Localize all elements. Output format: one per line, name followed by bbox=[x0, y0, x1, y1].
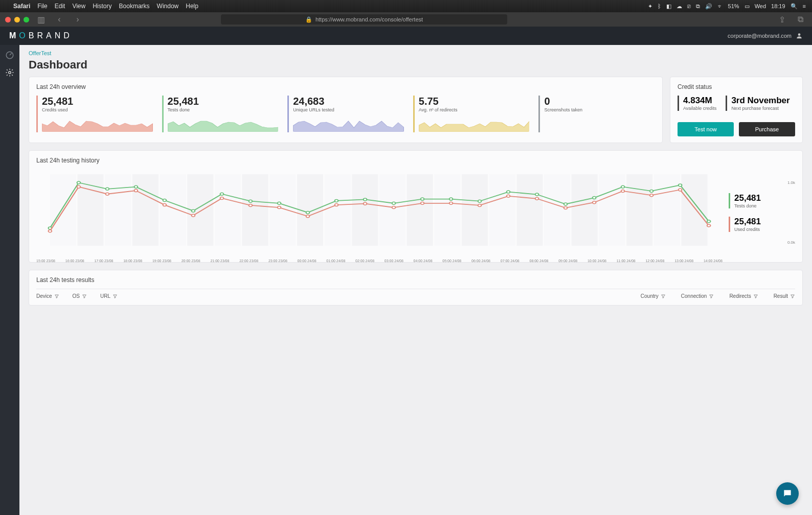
menu-edit[interactable]: Edit bbox=[55, 3, 65, 10]
purchase-button[interactable]: Purchase bbox=[739, 122, 795, 136]
svg-rect-9 bbox=[215, 174, 241, 246]
svg-point-63 bbox=[392, 206, 396, 209]
menu-help[interactable]: Help bbox=[186, 3, 198, 10]
app-header: MOBRAND corporate@mobrand.com bbox=[0, 27, 812, 45]
history-stat-credits-value: 25,481 bbox=[734, 217, 795, 227]
history-title: Last 24h testing history bbox=[36, 157, 795, 164]
metric-value: 5.75 bbox=[419, 96, 530, 107]
filter-icon[interactable] bbox=[112, 294, 118, 299]
metric-sparkline bbox=[544, 116, 655, 132]
brand-o: O bbox=[19, 31, 28, 40]
share-icon[interactable]: ⇪ bbox=[775, 14, 788, 25]
xlabel: 04:00 24/08 bbox=[414, 259, 433, 263]
col-connection[interactable]: Connection bbox=[681, 293, 714, 299]
lock-icon: 🔒 bbox=[305, 16, 312, 23]
brand-logo[interactable]: MOBRAND bbox=[9, 31, 73, 40]
menu-bookmarks[interactable]: Bookmarks bbox=[119, 3, 150, 10]
xlabel: 00:00 24/08 bbox=[298, 259, 317, 263]
svg-rect-22 bbox=[572, 174, 598, 246]
breadcrumb[interactable]: OfferTest bbox=[29, 50, 803, 56]
svg-point-29 bbox=[106, 188, 109, 190]
metric-value: 25,481 bbox=[168, 96, 279, 107]
filter-icon[interactable] bbox=[753, 294, 758, 299]
window-controls[interactable] bbox=[5, 17, 29, 22]
svg-point-47 bbox=[621, 185, 625, 188]
metric-label: Credits used bbox=[42, 107, 153, 112]
xlabel: 15:00 23/08 bbox=[36, 259, 55, 263]
filter-icon[interactable] bbox=[54, 294, 59, 299]
col-device[interactable]: Device bbox=[36, 293, 59, 299]
account-menu[interactable]: corporate@mobrand.com bbox=[728, 32, 803, 39]
metric-3: 5.75 Avg. nº of redirects bbox=[413, 96, 530, 132]
brand-pre: M bbox=[9, 31, 19, 40]
col-result[interactable]: Result bbox=[774, 293, 795, 299]
col-redirects[interactable]: Redirects bbox=[729, 293, 758, 299]
credit-card: Credit status 4.834M Available credits 3… bbox=[670, 77, 803, 143]
filter-icon[interactable] bbox=[661, 294, 666, 299]
ytick-bot: 0.0k bbox=[729, 240, 795, 245]
close-icon[interactable] bbox=[5, 17, 11, 22]
history-stat-tests: 25,481 Tests done bbox=[729, 193, 795, 208]
svg-point-28 bbox=[77, 181, 80, 184]
svg-point-50 bbox=[707, 220, 711, 223]
filter-icon[interactable] bbox=[82, 294, 87, 299]
menu-icon[interactable]: ≡ bbox=[803, 3, 806, 9]
svg-rect-23 bbox=[599, 174, 625, 246]
test-now-button[interactable]: Test now bbox=[678, 122, 734, 136]
xlabel: 06:00 24/08 bbox=[471, 259, 490, 263]
col-country[interactable]: Country bbox=[641, 293, 666, 299]
menubar-app[interactable]: Safari bbox=[13, 3, 30, 10]
search-icon[interactable]: 🔍 bbox=[791, 3, 798, 10]
svg-point-67 bbox=[507, 195, 510, 197]
svg-point-54 bbox=[134, 190, 138, 192]
history-card: Last 24h testing history 15:00 23/0816:0… bbox=[29, 150, 803, 263]
filter-icon[interactable] bbox=[709, 294, 714, 299]
svg-point-46 bbox=[593, 197, 596, 199]
chat-fab[interactable] bbox=[776, 482, 799, 505]
history-stat-credits-label: Used credits bbox=[734, 227, 795, 232]
svg-point-43 bbox=[507, 191, 510, 193]
credit-forecast-label: Next purchase forecast bbox=[731, 106, 790, 111]
svg-point-40 bbox=[421, 198, 424, 200]
svg-point-72 bbox=[650, 194, 653, 197]
nav-dashboard-icon[interactable] bbox=[5, 50, 15, 60]
forward-button[interactable]: › bbox=[71, 14, 84, 25]
filter-icon[interactable] bbox=[790, 294, 795, 299]
col-url[interactable]: URL bbox=[100, 293, 118, 299]
xlabel: 11:00 24/08 bbox=[617, 259, 636, 263]
clock-time: 18:19 bbox=[771, 3, 785, 9]
xlabel: 20:00 23/08 bbox=[182, 259, 200, 263]
xlabel: 19:00 23/08 bbox=[152, 259, 171, 263]
metric-label: Unique URLs tested bbox=[293, 107, 404, 112]
svg-point-36 bbox=[306, 211, 310, 214]
metric-2: 24,683 Unique URLs tested bbox=[287, 96, 404, 132]
nav-settings-icon[interactable] bbox=[5, 67, 15, 78]
svg-point-51 bbox=[48, 230, 52, 232]
xlabel: 17:00 23/08 bbox=[94, 259, 113, 263]
back-button[interactable]: ‹ bbox=[53, 14, 66, 25]
address-bar[interactable]: 🔒 https://www.mobrand.com/console/offert… bbox=[221, 14, 507, 25]
svg-rect-19 bbox=[489, 174, 515, 246]
results-title: Last 24h tests results bbox=[36, 276, 795, 284]
svg-point-60 bbox=[306, 215, 310, 218]
menu-view[interactable]: View bbox=[72, 3, 85, 10]
ytick-top: 1.0k bbox=[729, 180, 795, 185]
menu-file[interactable]: File bbox=[37, 3, 47, 10]
svg-rect-25 bbox=[654, 174, 680, 246]
menu-history[interactable]: History bbox=[93, 3, 111, 10]
minimize-icon[interactable] bbox=[14, 17, 20, 22]
menu-window[interactable]: Window bbox=[157, 3, 179, 10]
svg-point-65 bbox=[449, 202, 453, 204]
xlabel: 21:00 23/08 bbox=[210, 259, 229, 263]
svg-point-73 bbox=[679, 189, 682, 191]
col-os[interactable]: OS bbox=[73, 293, 87, 299]
svg-point-41 bbox=[449, 198, 453, 200]
svg-point-70 bbox=[593, 201, 596, 204]
svg-point-61 bbox=[335, 204, 339, 206]
svg-rect-17 bbox=[434, 174, 460, 246]
credit-title: Credit status bbox=[678, 83, 795, 90]
sidebar-toggle-icon[interactable]: ▥ bbox=[34, 14, 48, 25]
maximize-icon[interactable] bbox=[24, 17, 29, 22]
tabs-icon[interactable]: ⧉ bbox=[794, 14, 807, 25]
svg-rect-18 bbox=[462, 174, 488, 246]
